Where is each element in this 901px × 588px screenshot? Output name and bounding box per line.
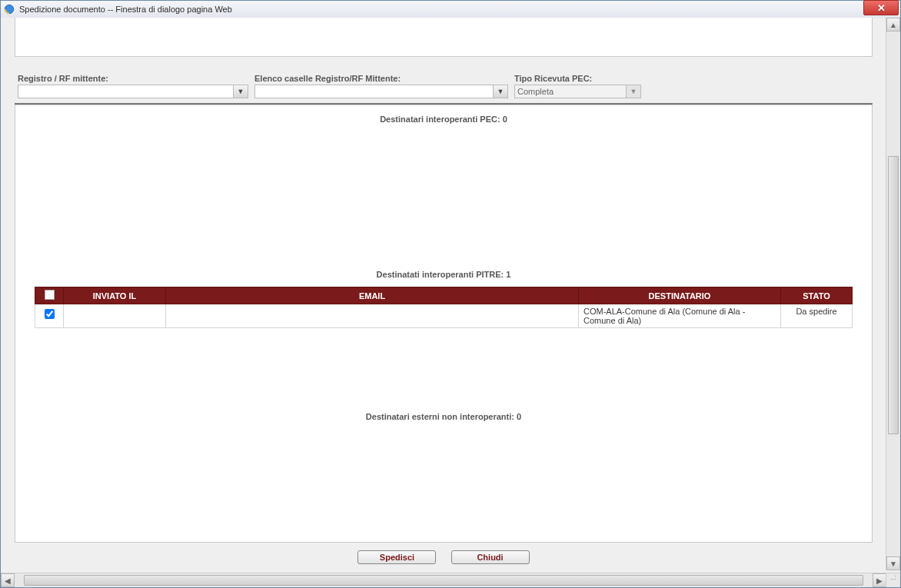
tipo-label: Tipo Ricevuta PEC: bbox=[514, 74, 641, 83]
scroll-track-horizontal[interactable] bbox=[15, 573, 873, 587]
titlebar: Spedizione documento -- Finestra di dial… bbox=[1, 1, 900, 18]
vertical-scrollbar[interactable]: ▲ ▼ bbox=[886, 18, 900, 570]
dialog-window: Spedizione documento -- Finestra di dial… bbox=[0, 0, 901, 588]
chevron-down-icon: ▼ bbox=[626, 85, 641, 98]
row-email bbox=[166, 304, 579, 328]
elenco-label: Elenco caselle Registro/RF Mittente: bbox=[254, 74, 508, 83]
scroll-up-button[interactable]: ▲ bbox=[886, 18, 900, 32]
window-title: Spedizione documento -- Finestra di dial… bbox=[19, 5, 232, 14]
pitre-grid: INVIATO IL EMAIL DESTINATARIO STATO bbox=[35, 287, 853, 328]
tipo-select: ▼ bbox=[514, 85, 641, 98]
chiudi-button[interactable]: Chiudi bbox=[451, 550, 530, 564]
spedisci-button[interactable]: Spedisci bbox=[357, 550, 436, 564]
grid-header-stato: STATO bbox=[781, 287, 853, 304]
chevron-down-icon[interactable]: ▼ bbox=[493, 85, 508, 98]
scroll-left-button[interactable]: ◀ bbox=[1, 573, 15, 587]
grid-header-inviato: INVIATO IL bbox=[64, 287, 166, 304]
table-row: COM-ALA-Comune di Ala (Comune di Ala - C… bbox=[35, 304, 853, 328]
close-button[interactable]: ✕ bbox=[863, 0, 899, 15]
elenco-input[interactable] bbox=[254, 85, 493, 98]
scroll-thumb-vertical[interactable] bbox=[888, 156, 899, 434]
grid-header-dest: DESTINATARIO bbox=[579, 287, 781, 304]
noninterop-section-heading: Destinatari esterni non interoperanti: 0 bbox=[15, 409, 872, 424]
tipo-input bbox=[514, 85, 626, 98]
grid-header-email: EMAIL bbox=[166, 287, 579, 304]
close-icon: ✕ bbox=[877, 2, 886, 14]
client-area: Registro / RF mittente: ▼ Elenco caselle… bbox=[1, 18, 900, 587]
horizontal-scrollbar[interactable]: ◀ ▶ bbox=[1, 573, 886, 587]
row-dest: COM-ALA-Comune di Ala (Comune di Ala - C… bbox=[579, 304, 781, 328]
filter-bar: Registro / RF mittente: ▼ Elenco caselle… bbox=[15, 74, 873, 101]
registro-input[interactable] bbox=[18, 85, 233, 98]
row-stato: Da spedire bbox=[781, 304, 853, 328]
registro-select[interactable]: ▼ bbox=[18, 85, 248, 98]
chevron-down-icon[interactable]: ▼ bbox=[233, 85, 248, 98]
scroll-right-button[interactable]: ▶ bbox=[873, 573, 886, 587]
pec-section-heading: Destinatari interoperanti PEC: 0 bbox=[15, 111, 872, 127]
scroll-down-button[interactable]: ▼ bbox=[886, 556, 900, 570]
select-all-checkbox[interactable] bbox=[45, 290, 55, 300]
main-panel: Destinatari interoperanti PEC: 0 Destina… bbox=[15, 105, 873, 543]
scroll-thumb-horizontal[interactable] bbox=[24, 575, 863, 586]
row-checkbox[interactable] bbox=[45, 309, 55, 319]
grid-header-row: INVIATO IL EMAIL DESTINATARIO STATO bbox=[35, 287, 853, 304]
top-blank-panel bbox=[15, 18, 873, 57]
elenco-select[interactable]: ▼ bbox=[254, 85, 508, 98]
action-bar: Spedisci Chiudi bbox=[1, 543, 886, 569]
grid-header-check bbox=[35, 287, 64, 304]
pitre-section-heading: Destinatati interoperanti PITRE: 1 bbox=[15, 267, 872, 282]
registro-label: Registro / RF mittente: bbox=[18, 74, 248, 83]
row-inviato bbox=[64, 304, 166, 328]
page-content: Registro / RF mittente: ▼ Elenco caselle… bbox=[1, 18, 886, 570]
ie-icon bbox=[4, 4, 15, 15]
resize-grip[interactable]: ..: bbox=[886, 573, 900, 587]
